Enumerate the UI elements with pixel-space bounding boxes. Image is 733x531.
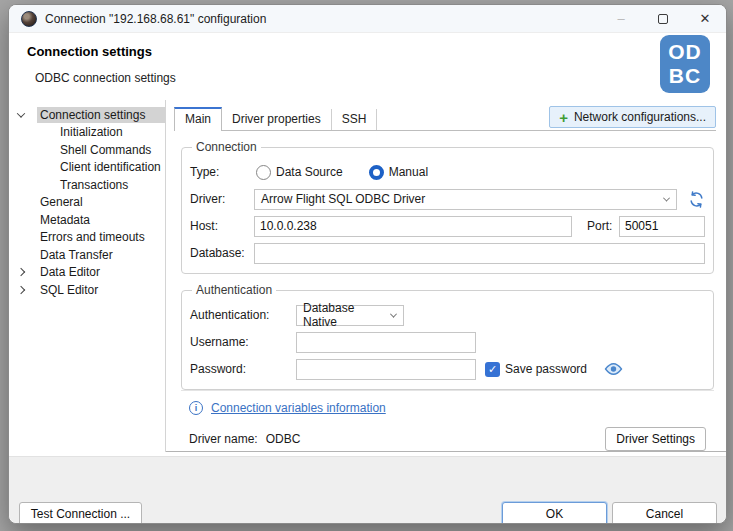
username-row: Username: bbox=[190, 331, 705, 353]
content-area: Connection settings Initialization Shell… bbox=[9, 100, 726, 452]
page-subtitle: ODBC connection settings bbox=[35, 71, 176, 85]
radio-checked-icon bbox=[369, 165, 384, 180]
tree-item-connection-settings[interactable]: Connection settings bbox=[9, 106, 165, 124]
radio-unchecked-icon bbox=[256, 165, 271, 180]
ok-button[interactable]: OK bbox=[502, 502, 607, 524]
password-row: Password: ✓ Save password bbox=[190, 358, 705, 380]
database-label: Database: bbox=[190, 246, 254, 260]
driver-name-label: Driver name: bbox=[189, 432, 258, 446]
database-input[interactable] bbox=[254, 243, 705, 264]
host-input[interactable] bbox=[254, 216, 572, 237]
save-password-checkbox[interactable]: ✓ bbox=[485, 362, 500, 377]
username-label: Username: bbox=[190, 335, 296, 349]
app-icon bbox=[21, 11, 37, 27]
host-label: Host: bbox=[190, 219, 254, 233]
tree-item-data-transfer[interactable]: Data Transfer bbox=[9, 246, 165, 264]
tree-item-data-editor[interactable]: Data Editor bbox=[9, 264, 165, 282]
info-icon: i bbox=[189, 401, 203, 415]
tree-item-general[interactable]: General bbox=[9, 194, 165, 212]
settings-tree: Connection settings Initialization Shell… bbox=[9, 100, 166, 452]
tree-item-errors-and-timeouts[interactable]: Errors and timeouts bbox=[9, 229, 165, 247]
tree-item-shell-commands[interactable]: Shell Commands bbox=[9, 141, 165, 159]
odbc-logo-line1: OD bbox=[668, 40, 702, 64]
port-label: Port: bbox=[587, 219, 619, 233]
database-row: Database: bbox=[190, 242, 705, 264]
minimize-button[interactable]: – bbox=[600, 5, 642, 32]
connection-variables-link[interactable]: Connection variables information bbox=[211, 401, 386, 415]
tab-main[interactable]: Main bbox=[174, 107, 222, 131]
test-connection-button[interactable]: Test Connection ... bbox=[19, 502, 142, 524]
close-button[interactable]: ✕ bbox=[684, 5, 726, 32]
chevron-down-icon bbox=[663, 194, 670, 201]
port-input[interactable] bbox=[619, 216, 705, 237]
dialog-footer: Test Connection ... OK Cancel bbox=[9, 456, 726, 523]
cancel-button[interactable]: Cancel bbox=[612, 502, 717, 524]
plus-icon: + bbox=[559, 110, 568, 125]
password-input[interactable] bbox=[296, 359, 476, 380]
title-bar: Connection "192.168.68.61" configuration… bbox=[9, 5, 726, 33]
driver-settings-button[interactable]: Driver Settings bbox=[605, 427, 706, 451]
authentication-group-legend: Authentication bbox=[192, 283, 276, 297]
chevron-down-icon bbox=[390, 310, 397, 317]
dialog-header: Connection settings ODBC connection sett… bbox=[9, 33, 726, 100]
bottom-info: i Connection variables information Drive… bbox=[181, 390, 714, 460]
tab-ssh[interactable]: SSH bbox=[332, 109, 378, 130]
odbc-logo: OD BC bbox=[660, 35, 710, 93]
tree-item-transactions[interactable]: Transactions bbox=[9, 176, 165, 194]
minimize-icon: – bbox=[617, 11, 624, 26]
type-label: Type: bbox=[190, 165, 254, 179]
maximize-button[interactable] bbox=[642, 5, 684, 32]
driver-select[interactable]: Arrow Flight SQL ODBC Driver bbox=[254, 189, 677, 210]
save-password-label: Save password bbox=[505, 362, 587, 376]
chevron-right-icon[interactable] bbox=[14, 269, 28, 275]
window-title: Connection "192.168.68.61" configuration bbox=[45, 12, 266, 26]
tree-item-metadata[interactable]: Metadata bbox=[9, 211, 165, 229]
tree-item-initialization[interactable]: Initialization bbox=[9, 124, 165, 142]
connection-group-legend: Connection bbox=[192, 140, 261, 154]
driver-row: Driver: Arrow Flight SQL ODBC Driver bbox=[190, 188, 705, 210]
radio-manual[interactable]: Manual bbox=[369, 165, 452, 180]
tab-driver-properties[interactable]: Driver properties bbox=[222, 109, 332, 130]
authentication-group: Authentication Authentication: Database … bbox=[181, 283, 714, 390]
type-row: Type: Data Source Manual bbox=[190, 161, 705, 183]
connection-group: Connection Type: Data Source Manual Driv… bbox=[181, 140, 714, 274]
connection-config-dialog: Connection "192.168.68.61" configuration… bbox=[8, 4, 727, 524]
window-controls: – ✕ bbox=[600, 5, 726, 32]
connection-variables-row: i Connection variables information bbox=[189, 401, 706, 415]
driver-label: Driver: bbox=[190, 192, 254, 206]
password-label: Password: bbox=[190, 362, 296, 376]
main-panel: Main Driver properties SSH + Network con… bbox=[166, 100, 726, 452]
network-configurations-button[interactable]: + Network configurations... bbox=[549, 106, 716, 128]
page-title: Connection settings bbox=[27, 44, 152, 59]
radio-data-source[interactable]: Data Source bbox=[256, 165, 367, 180]
username-input[interactable] bbox=[296, 332, 476, 353]
driver-name-row: Driver name: ODBC Driver Settings bbox=[189, 427, 706, 451]
close-icon: ✕ bbox=[700, 11, 711, 26]
odbc-logo-line2: BC bbox=[669, 64, 701, 88]
refresh-drivers-icon[interactable] bbox=[688, 191, 705, 208]
driver-name-value: ODBC bbox=[266, 432, 301, 446]
authentication-row: Authentication: Database Native bbox=[190, 304, 705, 326]
authentication-select[interactable]: Database Native bbox=[296, 305, 404, 326]
maximize-icon bbox=[658, 14, 668, 24]
chevron-right-icon[interactable] bbox=[14, 287, 28, 293]
host-row: Host: Port: bbox=[190, 215, 705, 237]
chevron-down-icon[interactable] bbox=[14, 112, 28, 118]
show-password-eye-icon[interactable] bbox=[604, 362, 623, 376]
tab-bar: Main Driver properties SSH + Network con… bbox=[174, 108, 716, 131]
authentication-label: Authentication: bbox=[190, 308, 296, 322]
tree-item-client-identification[interactable]: Client identification bbox=[9, 159, 165, 177]
tree-item-sql-editor[interactable]: SQL Editor bbox=[9, 281, 165, 299]
